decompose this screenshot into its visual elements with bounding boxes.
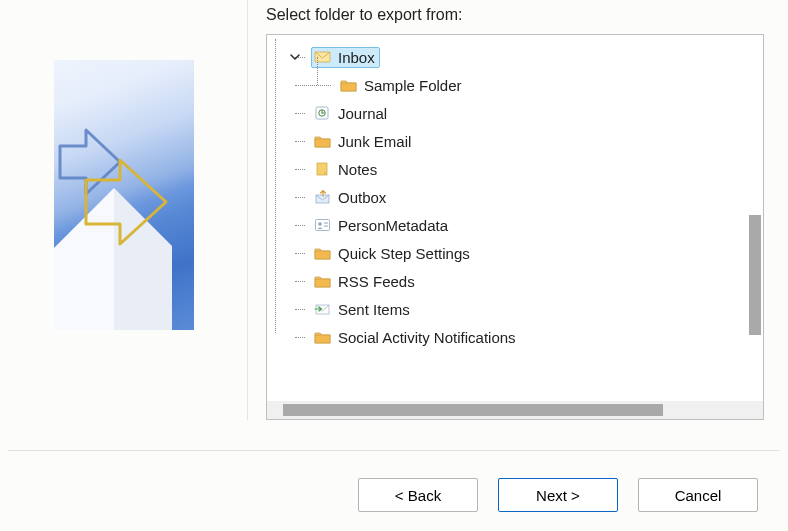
instruction-label: Select folder to export from: bbox=[266, 6, 764, 24]
horizontal-scrollbar-track[interactable] bbox=[267, 401, 763, 419]
tree-item[interactable]: Notes bbox=[287, 155, 763, 183]
next-button[interactable]: Next > bbox=[498, 478, 618, 512]
wizard-button-row: < Back Next > Cancel bbox=[0, 475, 788, 515]
tree-item-label: Junk Email bbox=[338, 133, 411, 150]
outbox-icon bbox=[314, 189, 332, 205]
folder-icon bbox=[314, 245, 332, 261]
tree-item[interactable]: PersonMetadata bbox=[287, 211, 763, 239]
folder-icon bbox=[314, 329, 332, 345]
tree-item-label: Sample Folder bbox=[364, 77, 462, 94]
wizard-sidebar bbox=[0, 0, 248, 420]
tree-item[interactable]: Inbox bbox=[287, 43, 763, 71]
chevron-down-icon[interactable] bbox=[289, 51, 301, 63]
back-button[interactable]: < Back bbox=[358, 478, 478, 512]
svg-marker-0 bbox=[54, 188, 114, 330]
tree-item[interactable]: Sent Items bbox=[287, 295, 763, 323]
tree-item[interactable]: Outbox bbox=[287, 183, 763, 211]
tree-item[interactable]: RSS Feeds bbox=[287, 267, 763, 295]
tree-item[interactable]: Social Activity Notifications bbox=[287, 323, 763, 351]
tree-item[interactable]: Quick Step Settings bbox=[287, 239, 763, 267]
folder-icon bbox=[340, 77, 358, 93]
tree-item-label: Journal bbox=[338, 105, 387, 122]
tree-item-label: Social Activity Notifications bbox=[338, 329, 516, 346]
tree-item[interactable]: Journal bbox=[287, 99, 763, 127]
folder-icon bbox=[314, 133, 332, 149]
sent-icon bbox=[314, 301, 332, 317]
tree-item-label: Inbox bbox=[338, 49, 375, 66]
tree-item-label: Outbox bbox=[338, 189, 386, 206]
notes-icon bbox=[314, 161, 332, 177]
cancel-button[interactable]: Cancel bbox=[638, 478, 758, 512]
wizard-decorative-image bbox=[54, 60, 194, 330]
vertical-scrollbar-thumb[interactable] bbox=[749, 215, 761, 335]
horizontal-scrollbar-thumb[interactable] bbox=[283, 404, 663, 416]
separator bbox=[8, 450, 780, 451]
tree-item-label: Sent Items bbox=[338, 301, 410, 318]
tree-item[interactable]: Junk Email bbox=[287, 127, 763, 155]
contact-icon bbox=[314, 217, 332, 233]
journal-icon bbox=[314, 105, 332, 121]
tree-item[interactable]: Sample Folder bbox=[287, 71, 763, 99]
folder-icon bbox=[314, 273, 332, 289]
tree-item-label: Notes bbox=[338, 161, 377, 178]
tree-item-label: Quick Step Settings bbox=[338, 245, 470, 262]
tree-item-label: PersonMetadata bbox=[338, 217, 448, 234]
svg-marker-1 bbox=[114, 188, 172, 330]
tree-item-label: RSS Feeds bbox=[338, 273, 415, 290]
folder-tree[interactable]: Inbox Sample Folder Journal bbox=[266, 34, 764, 420]
